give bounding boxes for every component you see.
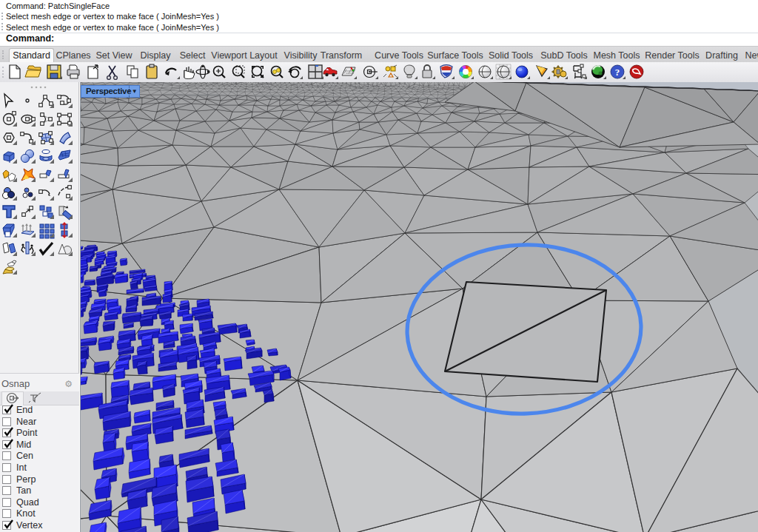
svg-text:?: ? [615, 67, 620, 78]
